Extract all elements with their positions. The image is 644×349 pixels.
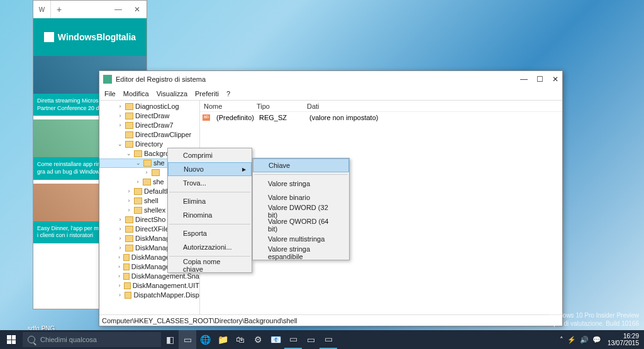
ctx-copy-key-name[interactable]: Copia nome chiave <box>168 258 252 272</box>
column-headers[interactable]: Nome Tipo Dati <box>200 101 562 112</box>
menu-edit[interactable]: Modifica <box>123 90 149 97</box>
minimize-button[interactable]: — <box>520 75 528 84</box>
search-icon <box>28 336 35 343</box>
ctx-new-binary[interactable]: Valore binario <box>253 191 349 204</box>
taskbar-app[interactable]: ⚙ <box>249 330 267 349</box>
system-tray: ˄ ⚡ 🔊 💬 16:29 13/07/2015 <box>560 333 644 346</box>
ctx-export[interactable]: Esporta <box>168 226 252 240</box>
menu-bar: File Modifica Visualizza Preferiti ? <box>99 87 562 100</box>
ctx-new-string[interactable]: Valore stringa <box>253 177 349 191</box>
menu-view[interactable]: Visualizza <box>157 90 187 97</box>
ctx-find[interactable]: Trova... <box>168 176 252 190</box>
tray-notifications-icon[interactable]: 💬 <box>592 336 601 344</box>
taskbar-app[interactable]: 📧 <box>267 330 284 349</box>
window-title: Editor del Registro di sistema <box>116 75 206 83</box>
ctx-new-key[interactable]: Chiave <box>253 158 349 172</box>
ctx-rename[interactable]: Rinomina <box>168 208 252 222</box>
site-brand: WindowsBlogItalia <box>58 32 136 42</box>
taskbar-app[interactable]: ▭ <box>179 330 196 349</box>
site-logo-icon <box>44 32 54 42</box>
search-box[interactable]: Chiedimi qualcosa <box>23 332 161 347</box>
taskbar-app[interactable]: 🛍 <box>231 330 249 349</box>
tray-up-icon[interactable]: ˄ <box>560 336 564 344</box>
taskbar-app[interactable]: 🌐 <box>196 330 214 349</box>
maximize-button[interactable]: ☐ <box>536 75 543 84</box>
close-button[interactable]: ✕ <box>128 1 147 18</box>
taskbar-app[interactable]: ▭ <box>284 330 302 349</box>
new-tab-button[interactable]: + <box>51 4 67 14</box>
windows-logo-icon <box>7 335 16 344</box>
chevron-right-icon: ▶ <box>242 167 246 172</box>
close-button[interactable]: ✕ <box>552 75 558 84</box>
col-name: Nome <box>200 102 257 110</box>
menu-help[interactable]: ? <box>226 90 230 97</box>
col-type: Tipo <box>257 102 307 110</box>
menu-file[interactable]: File <box>104 90 116 97</box>
context-menu: Comprimi Nuovo▶ Trova... Elimina Rinomin… <box>167 148 252 273</box>
ctx-new-expandstring[interactable]: Valore stringa espandibile <box>253 246 349 260</box>
minimize-button[interactable]: — <box>109 1 128 18</box>
regedit-icon <box>103 75 112 84</box>
site-header: WindowsBlogItalia <box>33 18 147 56</box>
tray-network-icon[interactable]: ⚡ <box>567 336 576 344</box>
ctx-new[interactable]: Nuovo▶ <box>168 162 252 176</box>
search-placeholder: Chiedimi qualcosa <box>40 336 97 343</box>
taskbar: Chiedimi qualcosa ◧ ▭ 🌐 📁 🛍 ⚙ 📧 ▭ ▭ ▭ ˄ … <box>0 330 644 349</box>
start-button[interactable] <box>0 330 23 349</box>
browser-titlebar: W + — ✕ <box>33 1 147 18</box>
taskbar-app[interactable]: ▭ <box>319 330 337 349</box>
ctx-delete[interactable]: Elimina <box>168 194 252 208</box>
ctx-compress[interactable]: Comprimi <box>168 148 252 162</box>
col-data: Dati <box>307 102 562 110</box>
tray-volume-icon[interactable]: 🔊 <box>580 336 589 344</box>
browser-tab[interactable]: W <box>33 1 51 18</box>
taskbar-app[interactable]: ▭ <box>302 330 319 349</box>
ctx-new-qword[interactable]: Valore QWORD (64 bit) <box>253 218 349 232</box>
value-row[interactable]: ab (Predefinito) REG_SZ (valore non impo… <box>200 112 562 123</box>
string-value-icon: ab <box>203 114 210 121</box>
status-bar: Computer\HKEY_CLASSES_ROOT\Directory\Bac… <box>99 314 562 326</box>
menu-favorites[interactable]: Preferiti <box>195 90 219 97</box>
ctx-new-dword[interactable]: Valore DWORD (32 bit) <box>253 204 349 218</box>
task-view-button[interactable]: ◧ <box>161 330 179 349</box>
context-submenu-new: Chiave Valore stringa Valore binario Val… <box>252 158 350 260</box>
watermark: Windows 10 Pro Insider Preview Copia di … <box>546 311 639 328</box>
taskbar-app[interactable]: 📁 <box>214 330 231 349</box>
regedit-titlebar: Editor del Registro di sistema — ☐ ✕ <box>99 71 562 87</box>
ctx-permissions[interactable]: Autorizzazioni... <box>168 240 252 254</box>
ctx-new-multistring[interactable]: Valore multistringa <box>253 232 349 246</box>
clock[interactable]: 16:29 13/07/2015 <box>608 333 639 346</box>
